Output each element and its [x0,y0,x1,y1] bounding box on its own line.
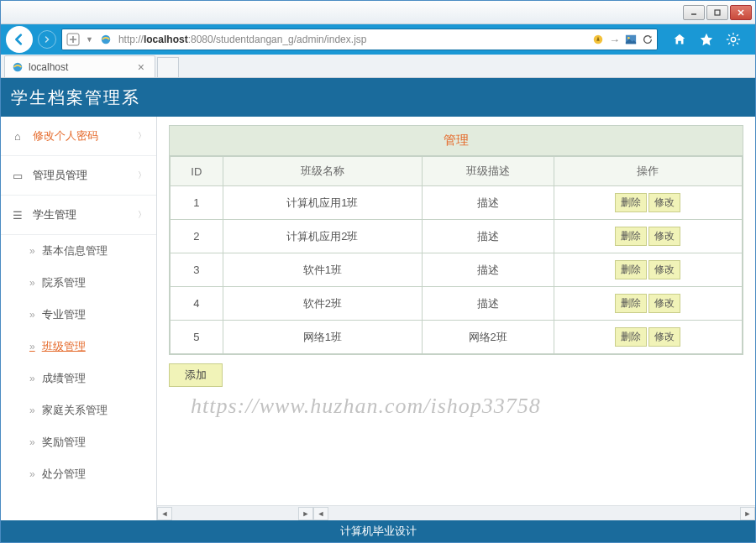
sidebar-subitem-label: 班级管理 [42,339,86,354]
sidebar-item-label: 管理员管理 [33,168,87,183]
table-row: 2计算机应用2班描述删除修改 [171,220,743,253]
watermark-text: https://www.huzhan.com/ishop33758 [191,394,541,419]
table-cell: 网络1班 [223,321,422,354]
table-cell: 描述 [422,220,554,253]
edit-button[interactable]: 修改 [648,193,680,212]
ie-logo-icon [12,61,24,73]
add-tab-icon[interactable] [66,32,81,47]
edit-button[interactable]: 修改 [648,227,680,246]
settings-icon[interactable] [725,31,742,48]
compat-icon[interactable] [592,34,604,45]
dropdown-icon[interactable]: ▼ [86,35,93,44]
browser-tab[interactable]: localhost × [4,55,155,77]
home-icon[interactable] [671,31,688,48]
table-cell-ops: 删除修改 [554,253,742,287]
nav-forward-button[interactable] [38,30,56,49]
chevron-right-icon: 〉 [138,130,146,142]
delete-button[interactable]: 删除 [615,193,647,212]
sidebar-item-admin-mgmt[interactable]: ▭ 管理员管理 〉 [1,156,156,196]
table-cell: 1 [171,186,223,220]
url-host: localhost [144,34,188,45]
sidebar-subitem-label: 专业管理 [42,307,86,322]
sidebar-hscroll[interactable]: ◄ ► [157,505,313,520]
delete-button[interactable]: 删除 [615,327,647,347]
edit-button[interactable]: 修改 [648,294,680,313]
table-cell-ops: 删除修改 [554,287,742,321]
nav-back-button[interactable] [6,26,33,53]
scroll-left-icon[interactable]: ◄ [313,507,328,520]
svg-line-18 [728,43,730,44]
sidebar-subitem-label: 基本信息管理 [42,243,108,258]
window-minimize-button[interactable] [683,5,705,20]
table-cell: 5 [171,321,223,354]
scroll-left-icon[interactable]: ◄ [157,507,172,520]
refresh-icon[interactable] [642,34,654,45]
stop-icon[interactable]: → [609,34,620,46]
delete-button[interactable]: 删除 [615,227,647,246]
chevron-right-icon: 〉 [138,209,146,221]
sidebar-subitem[interactable]: 基本信息管理 [1,235,156,267]
ie-logo-icon [98,32,113,47]
table-cell: 描述 [422,253,554,287]
sidebar-subitem[interactable]: 院系管理 [1,267,156,299]
sidebar: ⌂ 修改个人密码 〉 ▭ 管理员管理 〉 ☰ 学生管理 〉 基本信息管理院系管 [1,117,156,520]
panel-title: 管理 [170,126,743,156]
sidebar-item-label: 修改个人密码 [33,128,98,144]
sidebar-subitem[interactable]: 奖励管理 [1,426,156,458]
browser-tabstrip: localhost × [1,55,755,78]
sidebar-subitem-label: 院系管理 [42,275,86,290]
sidebar-subitem[interactable]: 处分管理 [1,458,156,490]
edit-button[interactable]: 修改 [648,327,680,347]
sidebar-subitem-label: 处分管理 [42,467,86,482]
table-cell-ops: 删除修改 [554,220,742,253]
footer-text: 计算机毕业设计 [340,524,417,539]
new-tab-button[interactable] [157,57,179,77]
inner-scrollbars: ◄ ► ◄ ► [157,505,755,520]
url-prefix: http:// [118,34,144,45]
tab-title: localhost [29,61,68,73]
table-cell-ops: 删除修改 [554,186,742,220]
svg-line-17 [737,43,738,44]
app-header: 学生档案管理系 [1,78,755,117]
sidebar-subitem[interactable]: 成绩管理 [1,363,156,394]
table-cell: 软件1班 [223,253,422,287]
scroll-right-icon[interactable]: ► [298,507,313,520]
sidebar-subitem[interactable]: 专业管理 [1,299,156,331]
sidebar-item-change-password[interactable]: ⌂ 修改个人密码 〉 [1,117,156,156]
table-cell-ops: 删除修改 [554,321,742,354]
svg-point-11 [731,37,735,41]
url-path: :8080/studentdangan_g/admin/index.jsp [188,34,367,45]
window-maximize-button[interactable] [706,5,728,20]
table-cell: 3 [171,253,223,287]
home-small-icon: ⌂ [11,129,24,143]
sidebar-subitem-label: 奖励管理 [42,435,86,450]
edit-button[interactable]: 修改 [648,260,680,279]
address-bar[interactable]: ▼ http://localhost:8080/studentdangan_g/… [61,29,658,50]
table-cell: 计算机应用1班 [223,186,422,220]
add-button[interactable]: 添加 [169,363,223,387]
sidebar-subitem-label: 家庭关系管理 [42,403,108,418]
chevron-right-icon: 〉 [138,170,146,181]
window-close-button[interactable] [730,5,752,20]
data-table: ID班级名称班级描述操作 1计算机应用1班描述删除修改2计算机应用2班描述删除修… [170,156,743,354]
url-text[interactable]: http://localhost:8080/studentdangan_g/ad… [118,34,587,45]
table-cell: 软件2班 [223,287,422,321]
main-hscroll[interactable]: ◄ ► [313,505,755,520]
favorites-icon[interactable] [698,31,715,48]
sidebar-item-student-mgmt[interactable]: ☰ 学生管理 〉 [1,196,156,235]
picture-icon[interactable] [625,34,637,45]
table-row: 5网络1班网络2班删除修改 [171,321,743,354]
sidebar-subitem[interactable]: 家庭关系管理 [1,394,156,426]
table-cell: 描述 [422,186,554,220]
delete-button[interactable]: 删除 [615,294,647,313]
tab-close-button[interactable]: × [134,60,148,74]
table-header-cell: 班级描述 [422,157,554,186]
svg-point-10 [627,37,630,39]
window-titlebar [1,1,755,24]
table-cell: 计算机应用2班 [223,220,422,253]
delete-button[interactable]: 删除 [615,260,647,279]
sidebar-subitem[interactable]: 班级管理 [1,331,156,363]
table-cell: 2 [171,220,223,253]
list-icon: ☰ [11,208,24,222]
scroll-right-icon[interactable]: ► [740,507,755,520]
